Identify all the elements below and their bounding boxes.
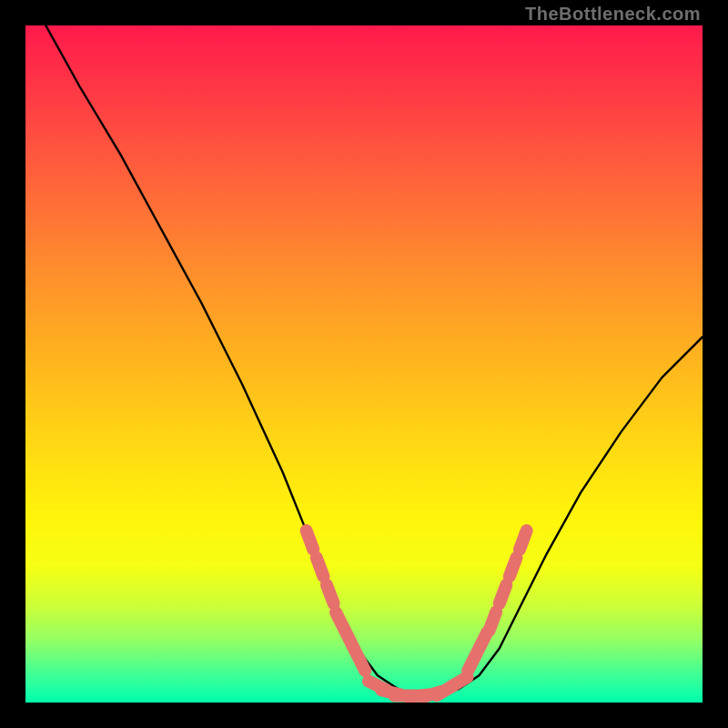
plot-area xyxy=(25,25,703,703)
marker-pill xyxy=(307,531,314,550)
marker-pill xyxy=(490,612,497,631)
curve-layer xyxy=(25,25,703,703)
marker-pill xyxy=(356,653,365,672)
watermark-text: TheBottleneck.com xyxy=(525,4,701,25)
marker-pill xyxy=(450,677,468,687)
data-markers xyxy=(307,531,527,697)
bottleneck-curve xyxy=(46,25,703,696)
marker-pill xyxy=(510,558,517,577)
marker-pill xyxy=(520,531,527,550)
chart-root: TheBottleneck.com xyxy=(0,0,728,728)
marker-pill xyxy=(327,585,334,604)
marker-pill xyxy=(500,585,507,604)
marker-pill xyxy=(317,558,324,577)
